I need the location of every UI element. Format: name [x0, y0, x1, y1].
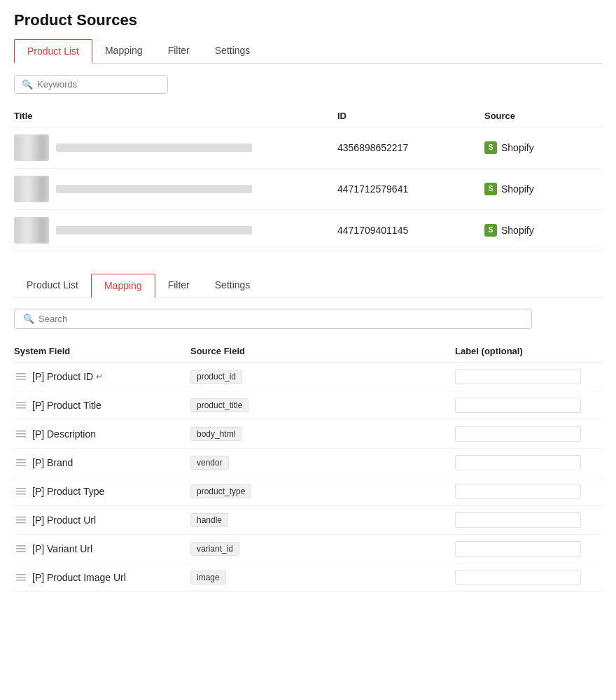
system-field-label: [P] Product Title — [32, 400, 102, 411]
row-drag-icon — [14, 570, 28, 584]
svg-rect-9 — [16, 459, 26, 461]
source-field-tag[interactable]: product_id — [190, 370, 242, 384]
label-input[interactable] — [455, 398, 581, 413]
product-thumbnail — [14, 134, 49, 161]
shopify-icon: S — [484, 141, 497, 154]
svg-rect-11 — [16, 465, 26, 466]
mapping-row: [P] Variant Url variant_id — [14, 535, 602, 564]
tabs-2: Product List Mapping Filter Settings — [14, 274, 602, 298]
system-field-cell: [P] Variant Url — [14, 535, 190, 564]
col-title: Title — [14, 105, 337, 127]
source-field-tag[interactable]: handle — [190, 513, 228, 527]
source-field-tag[interactable]: vendor — [190, 456, 229, 470]
search-input-1[interactable] — [37, 79, 160, 90]
source-field-cell: vendor — [190, 449, 455, 477]
page-title: Product Sources — [14, 11, 602, 29]
product-table: Title ID Source 4356898652217 S Shopify — [14, 105, 602, 251]
search-wrap-2: 🔍 — [14, 309, 532, 329]
svg-rect-16 — [16, 519, 26, 521]
tab-filter-1[interactable]: Filter — [155, 39, 202, 64]
section-1: Product List Mapping Filter Settings 🔍 T… — [14, 39, 602, 251]
source-field-cell: product_id — [190, 363, 455, 391]
system-field-cell: [P] Product ID ↵ — [14, 363, 190, 391]
svg-rect-6 — [16, 430, 26, 432]
mapping-row: [P] Product ID ↵ product_id — [14, 363, 602, 391]
product-source-cell: S Shopify — [484, 127, 602, 168]
label-cell — [455, 420, 602, 449]
system-field-cell: [P] Description — [14, 420, 190, 449]
product-title-cell — [14, 209, 337, 251]
svg-rect-20 — [16, 551, 26, 552]
source-label: Shopify — [501, 225, 534, 236]
search-input-2[interactable] — [38, 314, 523, 324]
mapping-table: System Field Source Field Label (optiona… — [14, 340, 602, 592]
product-title-blur — [56, 144, 252, 152]
source-field-tag[interactable]: image — [190, 570, 226, 584]
tab-product-list-1[interactable]: Product List — [14, 39, 92, 64]
product-row: 4356898652217 S Shopify — [14, 127, 602, 168]
svg-rect-23 — [16, 580, 26, 581]
product-id-cell: 4471709401145 — [337, 209, 484, 251]
tab-mapping-2[interactable]: Mapping — [91, 274, 155, 298]
source-field-cell: body_html — [190, 420, 455, 449]
label-input[interactable] — [455, 455, 581, 470]
mapping-row: [P] Product Image Url image — [14, 564, 602, 592]
row-drag-icon — [14, 542, 28, 556]
source-field-tag[interactable]: variant_id — [190, 542, 239, 556]
svg-rect-22 — [16, 577, 26, 578]
source-field-cell: product_type — [190, 477, 455, 506]
system-field-label: [P] Product Image Url — [32, 572, 126, 583]
mapping-row: [P] Product Title product_title — [14, 391, 602, 420]
label-input[interactable] — [455, 541, 581, 556]
system-field-cell: [P] Product Type — [14, 477, 190, 506]
svg-rect-1 — [16, 376, 26, 377]
source-field-cell: image — [190, 564, 455, 592]
tab-settings-1[interactable]: Settings — [202, 39, 263, 64]
row-drag-icon — [14, 484, 28, 498]
svg-rect-18 — [16, 545, 26, 547]
tab-settings-2[interactable]: Settings — [202, 274, 263, 298]
svg-rect-12 — [16, 488, 26, 489]
svg-rect-5 — [16, 407, 26, 409]
system-field-cell: [P] Product Title — [14, 391, 190, 420]
system-field-label: [P] Variant Url — [32, 543, 92, 554]
system-field-label: [P] Product Url — [32, 514, 96, 526]
row-drag-icon — [14, 513, 28, 527]
tab-mapping-1[interactable]: Mapping — [92, 39, 155, 64]
system-field-label: [P] Description — [32, 428, 96, 440]
product-id-cell: 4471712579641 — [337, 168, 484, 209]
svg-rect-14 — [16, 493, 26, 495]
tab-filter-2[interactable]: Filter — [155, 274, 202, 298]
svg-rect-8 — [16, 436, 26, 438]
search-icon-2: 🔍 — [23, 314, 34, 324]
product-title-cell — [14, 127, 337, 168]
section-2: Product List Mapping Filter Settings 🔍 S… — [14, 274, 602, 593]
search-icon-1: 🔍 — [22, 79, 33, 90]
product-thumbnail — [14, 217, 49, 244]
tabs-1: Product List Mapping Filter Settings — [14, 39, 602, 64]
label-input[interactable] — [455, 426, 581, 442]
page-container: Product Sources Product List Mapping Fil… — [0, 0, 616, 603]
product-source-cell: S Shopify — [484, 168, 602, 209]
system-field-label: [P] Product ID — [32, 371, 93, 382]
product-thumbnail — [14, 176, 49, 202]
shopify-icon: S — [484, 183, 497, 195]
label-cell — [455, 535, 602, 564]
label-input[interactable] — [455, 369, 581, 384]
source-field-tag[interactable]: product_type — [190, 484, 251, 498]
product-title-cell — [14, 168, 337, 209]
row-drag-icon — [14, 398, 28, 412]
label-cell — [455, 477, 602, 506]
source-field-tag[interactable]: product_title — [190, 398, 248, 412]
col-source-field: Source Field — [190, 340, 455, 363]
label-input[interactable] — [455, 570, 581, 585]
svg-rect-2 — [16, 379, 26, 380]
label-input[interactable] — [455, 484, 581, 499]
label-cell — [455, 391, 602, 420]
tab-product-list-2[interactable]: Product List — [14, 274, 91, 298]
source-field-tag[interactable]: body_html — [190, 427, 241, 441]
label-cell — [455, 506, 602, 535]
col-source: Source — [484, 105, 602, 127]
label-input[interactable] — [455, 512, 581, 528]
svg-rect-15 — [16, 517, 26, 518]
